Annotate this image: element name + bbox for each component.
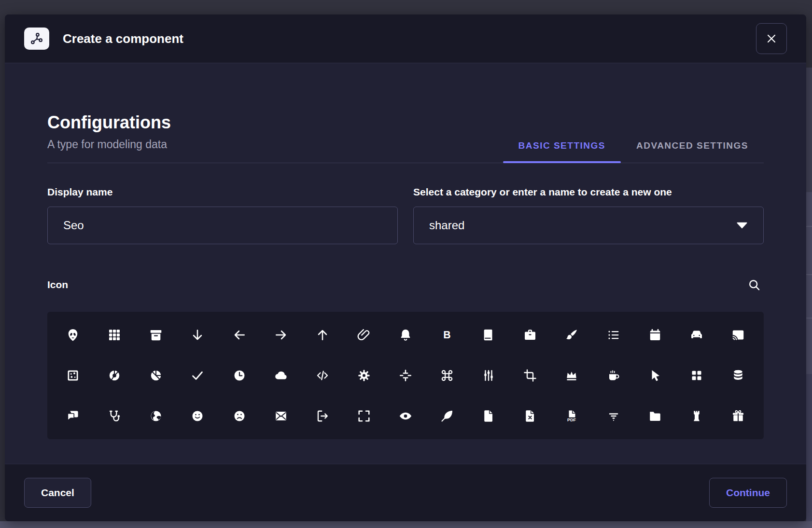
dashboard-icon[interactable] xyxy=(676,355,717,396)
component-icon xyxy=(24,28,49,50)
background-page-bottom xyxy=(0,521,812,528)
settings-tabs: BASIC SETTINGS ADVANCED SETTINGS xyxy=(503,140,764,163)
icon-search-button[interactable] xyxy=(744,275,764,294)
connector-icon[interactable] xyxy=(468,355,509,396)
clock-icon[interactable] xyxy=(218,355,260,396)
display-name-label: Display name xyxy=(47,186,398,198)
earth-icon[interactable] xyxy=(135,396,177,436)
emotion-unhappy-icon[interactable] xyxy=(218,396,260,436)
arrow-left-icon[interactable] xyxy=(218,315,260,355)
gate-icon[interactable] xyxy=(676,396,717,436)
display-name-input[interactable] xyxy=(47,207,398,244)
tab-basic-settings[interactable]: BASIC SETTINGS xyxy=(503,140,621,163)
file-pdf-icon[interactable]: PDF xyxy=(551,396,592,436)
emotion-happy-icon[interactable] xyxy=(177,396,218,436)
archive-icon[interactable] xyxy=(135,315,177,355)
file-icon[interactable] xyxy=(468,396,509,436)
search-icon xyxy=(746,277,762,292)
apps-icon[interactable] xyxy=(94,315,135,355)
gift-icon[interactable] xyxy=(717,396,759,436)
chart-bubble-icon[interactable] xyxy=(52,355,94,396)
collapse-icon[interactable] xyxy=(385,355,426,396)
section-subheading: A type for modeling data xyxy=(47,138,171,151)
arrow-down-icon[interactable] xyxy=(177,315,218,355)
continue-button[interactable]: Continue xyxy=(709,478,787,508)
code-icon[interactable] xyxy=(302,355,343,396)
close-icon xyxy=(766,33,777,44)
eye-icon[interactable] xyxy=(385,396,426,436)
section-head: Configurations A type for modeling data … xyxy=(47,113,764,163)
chart-circle-icon[interactable] xyxy=(94,355,135,396)
expand-icon[interactable] xyxy=(343,396,385,436)
book-icon[interactable] xyxy=(468,315,509,355)
cup-icon[interactable] xyxy=(593,355,634,396)
arrow-right-icon[interactable] xyxy=(260,315,302,355)
background-row-divider xyxy=(806,274,812,275)
tab-advanced-settings[interactable]: ADVANCED SETTINGS xyxy=(621,140,764,163)
envelop-icon[interactable] xyxy=(260,396,302,436)
icon-grid: BPDF xyxy=(47,312,764,439)
icon-picker-head: Icon xyxy=(47,275,764,294)
briefcase-icon[interactable] xyxy=(509,315,551,355)
category-select-value: shared xyxy=(429,219,464,232)
cloud-icon[interactable] xyxy=(260,355,302,396)
feather-icon[interactable] xyxy=(426,396,468,436)
car-icon[interactable] xyxy=(676,315,717,355)
close-button[interactable] xyxy=(756,23,787,54)
exit-icon[interactable] xyxy=(302,396,343,436)
category-label: Select a category or enter a name to cre… xyxy=(413,186,764,198)
cast-icon[interactable] xyxy=(717,315,759,355)
attachment-icon[interactable] xyxy=(343,315,385,355)
background-page-edge xyxy=(806,192,812,374)
crown-icon[interactable] xyxy=(551,355,592,396)
background-row-divider xyxy=(806,226,812,227)
alien-icon[interactable] xyxy=(52,315,94,355)
modal-header: Create a component xyxy=(5,14,806,63)
category-field-group: Select a category or enter a name to cre… xyxy=(413,186,764,244)
chart-pie-icon[interactable] xyxy=(135,355,177,396)
arrow-up-icon[interactable] xyxy=(302,315,343,355)
check-icon[interactable] xyxy=(177,355,218,396)
filter-icon[interactable] xyxy=(593,396,634,436)
category-select[interactable]: shared xyxy=(413,207,764,244)
calendar-icon[interactable] xyxy=(634,315,676,355)
background-page-edge xyxy=(806,374,812,521)
create-component-modal: Create a component Configurations A type… xyxy=(5,14,806,521)
file-error-icon[interactable] xyxy=(509,396,551,436)
modal-title: Create a component xyxy=(63,31,756,46)
display-name-field-group: Display name xyxy=(47,186,398,244)
cog-icon[interactable] xyxy=(343,355,385,396)
folder-icon[interactable] xyxy=(634,396,676,436)
background-page-edge xyxy=(806,0,812,68)
crop-icon[interactable] xyxy=(509,355,551,396)
icon-picker-label: Icon xyxy=(47,279,68,291)
bullet-list-icon[interactable] xyxy=(593,315,634,355)
cancel-button[interactable]: Cancel xyxy=(24,478,91,508)
background-page-edge xyxy=(806,68,812,192)
modal-body: Configurations A type for modeling data … xyxy=(5,63,806,464)
svg-text:PDF: PDF xyxy=(567,417,576,422)
brush-icon[interactable] xyxy=(551,315,592,355)
svg-text:B: B xyxy=(443,329,450,341)
database-icon[interactable] xyxy=(717,355,759,396)
section-heading: Configurations xyxy=(47,113,171,132)
command-icon[interactable] xyxy=(426,355,468,396)
modal-footer: Cancel Continue xyxy=(5,464,806,521)
doctor-icon[interactable] xyxy=(94,396,135,436)
discuss-icon[interactable] xyxy=(52,396,94,436)
cursor-icon[interactable] xyxy=(634,355,676,396)
background-row-divider xyxy=(806,318,812,319)
bold-icon[interactable]: B xyxy=(426,315,468,355)
chevron-down-icon xyxy=(736,222,748,229)
bell-icon[interactable] xyxy=(385,315,426,355)
form-row: Display name Select a category or enter … xyxy=(47,186,764,244)
